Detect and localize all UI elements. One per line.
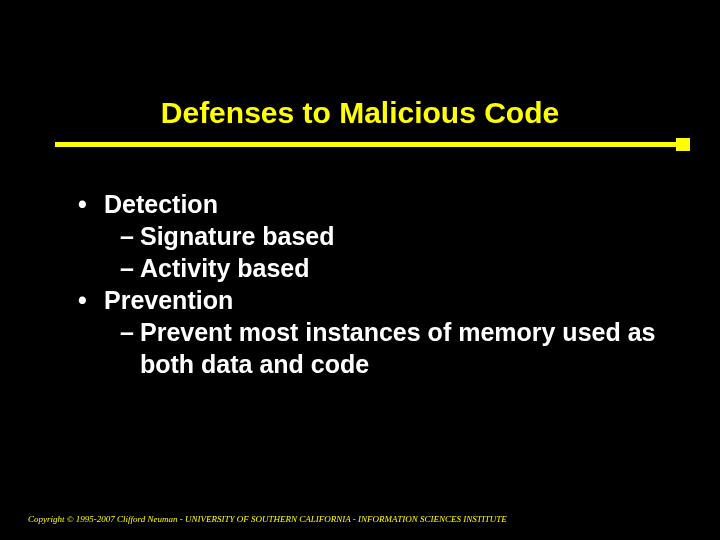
sub-bullet-text: Activity based: [140, 252, 660, 284]
title-rule: [55, 138, 688, 150]
slide-title: Defenses to Malicious Code: [161, 96, 559, 130]
bullet-text: Prevention: [104, 284, 233, 316]
dash-marker: –: [120, 252, 140, 284]
sub-bullet-text: Signature based: [140, 220, 660, 252]
bullet-text: Detection: [104, 188, 218, 220]
bullet-item: • Detection: [78, 188, 660, 220]
sub-bullet-item: – Signature based: [78, 220, 660, 252]
title-wrap: Defenses to Malicious Code: [0, 96, 720, 130]
sub-bullet-item: – Prevent most instances of memory used …: [78, 316, 660, 380]
slide: Defenses to Malicious Code • Detection –…: [0, 0, 720, 540]
dash-marker: –: [120, 316, 140, 380]
dash-marker: –: [120, 220, 140, 252]
sub-bullet-text: Prevent most instances of memory used as…: [140, 316, 660, 380]
bullet-item: • Prevention: [78, 284, 660, 316]
rule-line: [55, 142, 688, 147]
copyright-footer: Copyright © 1995-2007 Clifford Neuman - …: [28, 514, 507, 524]
sub-bullet-item: – Activity based: [78, 252, 660, 284]
rule-end-block: [676, 138, 690, 151]
bullet-marker: •: [78, 284, 104, 316]
bullet-marker: •: [78, 188, 104, 220]
content-area: • Detection – Signature based – Activity…: [78, 188, 660, 380]
